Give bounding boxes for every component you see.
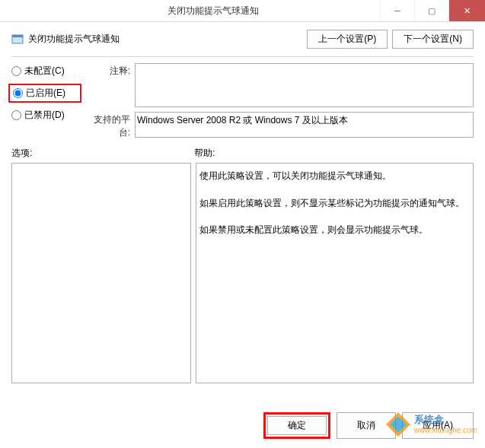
svg-rect-1 <box>12 35 23 37</box>
help-text-3: 如果禁用或未配置此策略设置，则会显示功能提示气球。 <box>199 222 470 239</box>
close-button[interactable]: ✕ <box>448 0 485 21</box>
ok-button[interactable]: 确定 <box>267 416 327 435</box>
apply-button[interactable]: 应用(A) <box>402 412 474 439</box>
next-setting-button[interactable]: 下一个设置(N) <box>392 30 474 49</box>
options-panel <box>11 163 191 383</box>
prev-setting-button[interactable]: 上一个设置(P) <box>307 30 388 49</box>
help-label: 帮助: <box>194 147 215 160</box>
supported-textarea <box>135 112 474 138</box>
help-panel: 使用此策略设置，可以关闭功能提示气球通知。 如果启用此策略设置，则不显示某些标记… <box>196 163 474 383</box>
radio-enabled[interactable]: 已启用(E) <box>8 84 81 103</box>
policy-icon <box>11 33 24 46</box>
comment-textarea[interactable] <box>135 63 474 107</box>
header-label: 关闭功能提示气球通知 <box>28 33 120 46</box>
help-text-2: 如果启用此策略设置，则不显示某些标记为功能提示的通知气球。 <box>199 195 470 212</box>
comment-label: 注释: <box>92 63 130 78</box>
radio-disabled[interactable]: 已禁用(D) <box>11 109 78 122</box>
radio-disabled-label: 已禁用(D) <box>24 109 65 122</box>
minimize-button[interactable]: ─ <box>380 0 414 21</box>
radio-enabled-label: 已启用(E) <box>26 87 65 100</box>
window-title: 关闭功能提示气球通知 <box>46 5 380 17</box>
divider <box>11 56 474 57</box>
cancel-button[interactable]: 取消 <box>337 412 396 439</box>
maximize-button[interactable]: ▢ <box>414 0 448 21</box>
supported-label: 支持的平台: <box>92 112 130 139</box>
radio-not-configured[interactable]: 未配置(C) <box>11 65 78 78</box>
help-text-1: 使用此策略设置，可以关闭功能提示气球通知。 <box>199 168 470 185</box>
radio-not-configured-label: 未配置(C) <box>24 65 65 78</box>
options-label: 选项: <box>11 147 194 160</box>
